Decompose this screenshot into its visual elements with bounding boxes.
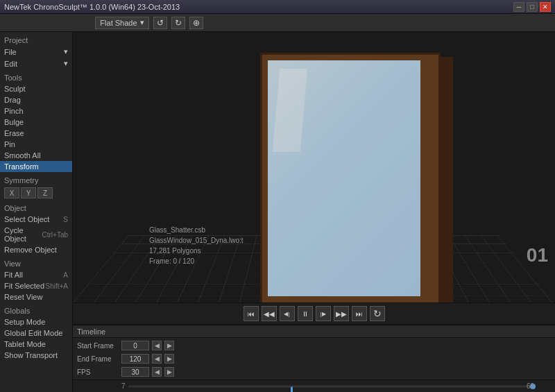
file-arrow: ▾: [64, 47, 68, 56]
shade-mode-label: Flat Shade: [100, 19, 137, 27]
timeline-playhead[interactable]: [291, 386, 293, 392]
frame-number-display: 01: [527, 244, 548, 266]
sidebar-item-transform[interactable]: Transform: [0, 161, 72, 172]
sidebar-item-cycle-object[interactable]: Cycle Object Ctrl+Tab: [0, 225, 72, 244]
sidebar-item-smooth-all[interactable]: Smooth All: [0, 150, 72, 161]
start-frame-row: Start Frame ◀ ▶: [77, 339, 551, 352]
sidebar-item-bulge[interactable]: Bulge: [0, 117, 72, 128]
fps-label: FPS: [77, 368, 119, 376]
symmetry-z-button[interactable]: Z: [37, 187, 53, 198]
frame-right-edge: [441, 57, 453, 302]
sidebar-item-file[interactable]: File ▾: [0, 46, 72, 58]
sidebar-item-edit[interactable]: Edit ▾: [0, 58, 72, 69]
fps-row: FPS ◀ ▶: [77, 366, 551, 378]
section-view: View: [0, 257, 72, 269]
end-frame-input[interactable]: [121, 354, 149, 364]
section-object: Object: [0, 201, 72, 214]
window-title: NewTek ChronoSculpt™ 1.0.0 (Win64) 23-Oc…: [4, 3, 513, 11]
glass-highlight: [272, 69, 307, 152]
edit-label: Edit: [4, 60, 17, 68]
sidebar-item-fit-selected[interactable]: Fit Selected Shift+A: [0, 280, 72, 291]
window-controls: ─ □ ✕: [513, 2, 551, 12]
title-bar: NewTek ChronoSculpt™ 1.0.0 (Win64) 23-Oc…: [0, 0, 555, 14]
loop-button[interactable]: ↻: [370, 306, 385, 321]
zoom-icon[interactable]: ⊕: [189, 17, 203, 29]
timeline-scrubber[interactable]: 7 69: [73, 380, 555, 392]
transport-bar: ⏮ ◀◀ ◀| ⏸ |▶ ▶▶ ⏭ ↻: [73, 302, 555, 325]
step-forward-button[interactable]: |▶: [316, 306, 331, 321]
symmetry-y-button[interactable]: Y: [21, 187, 36, 198]
timeline-section: Timeline Start Frame ◀ ▶ End Frame ◀ ▶ F…: [73, 325, 555, 392]
sidebar-item-erase[interactable]: Erase: [0, 128, 72, 139]
sidebar-item-select-object[interactable]: Select Object S: [0, 214, 72, 225]
timeline-header: Timeline: [73, 325, 555, 338]
start-frame-left-arrow[interactable]: ◀: [152, 341, 162, 350]
3d-object: [260, 53, 441, 302]
sidebar-item-fit-all[interactable]: Fit All A: [0, 269, 72, 280]
timeline-track: [128, 385, 534, 387]
viewport-info: Glass_Shatter.csb GlassWindow_015_Dyna.l…: [149, 225, 244, 266]
shade-mode-dropdown[interactable]: Flat Shade ▾: [95, 17, 148, 29]
shade-mode-arrow: ▾: [140, 18, 144, 27]
rewind-button[interactable]: ◀◀: [262, 306, 277, 321]
section-tools: Tools: [0, 71, 72, 83]
sidebar-item-drag[interactable]: Drag: [0, 94, 72, 105]
top-toolbar: Flat Shade ▾ ↺ ↻ ⊕: [0, 14, 555, 32]
glass-frame: [260, 53, 441, 302]
start-frame-input[interactable]: [121, 341, 149, 350]
go-to-start-button[interactable]: ⏮: [244, 306, 259, 321]
sidebar-item-sculpt[interactable]: Sculpt: [0, 83, 72, 94]
sidebar-item-reset-view[interactable]: Reset View: [0, 291, 72, 302]
end-frame-row: End Frame ◀ ▶: [77, 352, 551, 365]
object-file-label: Glass_Shatter.csb: [149, 225, 244, 235]
start-frame-right-arrow[interactable]: ▶: [164, 341, 174, 350]
scene-file-label: GlassWindow_015_Dyna.lwo:t: [149, 235, 244, 246]
end-frame-label: End Frame: [77, 355, 119, 363]
end-frame-left-arrow[interactable]: ◀: [152, 354, 162, 364]
pause-play-button[interactable]: ⏸: [298, 306, 313, 321]
sidebar-item-remove-object[interactable]: Remove Object: [0, 244, 72, 255]
section-globals: Globals: [0, 304, 72, 316]
symmetry-buttons: X Y Z: [0, 186, 72, 200]
sidebar: Project File ▾ Edit ▾ Tools Sculpt Drag …: [0, 32, 73, 392]
step-back-button[interactable]: ◀|: [280, 306, 295, 321]
fast-forward-button[interactable]: ▶▶: [334, 306, 349, 321]
sidebar-item-tablet-mode[interactable]: Tablet Mode: [0, 339, 72, 350]
fps-right-arrow[interactable]: ▶: [164, 367, 174, 377]
timeline-label: Timeline: [77, 327, 105, 336]
edit-arrow: ▾: [64, 59, 68, 68]
scrub-start-label: 7: [121, 382, 126, 390]
symmetry-x-button[interactable]: X: [4, 187, 19, 198]
frame-info-label: Frame: 0 / 120: [149, 256, 244, 266]
close-button[interactable]: ✕: [540, 2, 551, 12]
sidebar-item-show-transport[interactable]: Show Transport: [0, 350, 72, 361]
refresh2-icon[interactable]: ↻: [171, 17, 185, 29]
viewport-3d[interactable]: Glass_Shatter.csb GlassWindow_015_Dyna.l…: [73, 32, 555, 302]
go-to-end-button[interactable]: ⏭: [352, 306, 367, 321]
timeline-controls: Start Frame ◀ ▶ End Frame ◀ ▶ FPS ◀ ▶: [73, 338, 555, 380]
sidebar-item-global-edit-mode[interactable]: Global Edit Mode: [0, 327, 72, 339]
sidebar-item-pin[interactable]: Pin: [0, 139, 72, 150]
fps-input[interactable]: [121, 367, 149, 377]
scrub-end-label: 69: [527, 382, 534, 390]
section-symmetry: Symmetry: [0, 173, 72, 186]
refresh-icon[interactable]: ↺: [153, 17, 167, 29]
maximize-button[interactable]: □: [527, 2, 538, 12]
main-layout: Project File ▾ Edit ▾ Tools Sculpt Drag …: [0, 32, 555, 392]
sidebar-item-setup-mode[interactable]: Setup Mode: [0, 316, 72, 327]
section-project: Project: [0, 33, 72, 46]
minimize-button[interactable]: ─: [513, 2, 524, 12]
polygon-count-label: 17,281 Polygons: [149, 246, 244, 256]
viewport-area: Glass_Shatter.csb GlassWindow_015_Dyna.l…: [73, 32, 555, 392]
fps-left-arrow[interactable]: ◀: [152, 367, 162, 377]
file-label: File: [4, 48, 17, 56]
sidebar-item-pinch[interactable]: Pinch: [0, 105, 72, 117]
end-frame-right-arrow[interactable]: ▶: [164, 354, 174, 364]
start-frame-label: Start Frame: [77, 342, 119, 350]
glass-panel: [268, 60, 420, 296]
